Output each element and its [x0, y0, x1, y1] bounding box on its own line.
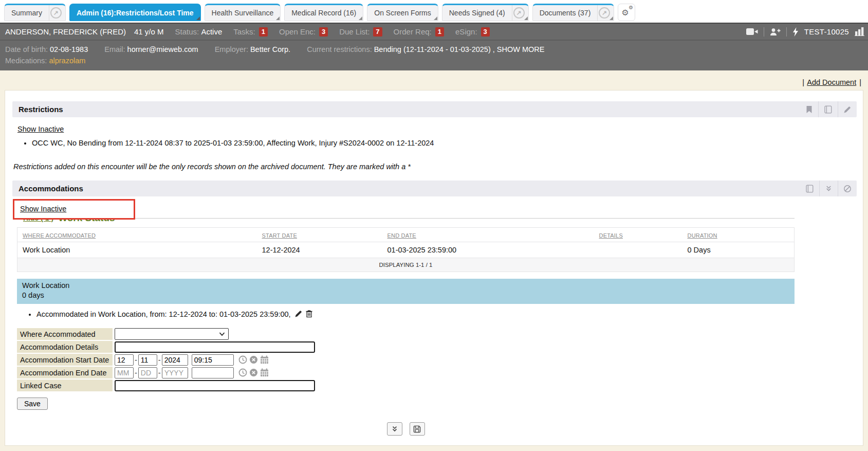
employer-label: Employer: — [215, 45, 248, 53]
separator: | — [802, 78, 804, 86]
end-day-input[interactable] — [138, 367, 157, 378]
patient-demographics: Date of birth: 02-08-1983 Email: horner@… — [0, 40, 868, 70]
end-time-input[interactable] — [192, 367, 234, 378]
flowsheet-chart-icon[interactable] — [855, 27, 865, 36]
book-icon[interactable] — [819, 101, 838, 117]
tab-medical-record[interactable]: Medical Record (16) — [284, 4, 363, 21]
collapse-double-chevron-icon[interactable] — [820, 181, 838, 196]
email-label: Email: — [104, 45, 125, 53]
popout-icon[interactable]: ↗ — [50, 7, 62, 19]
clear-x-icon[interactable] — [249, 355, 258, 364]
medications-value[interactable]: alprazolam — [49, 57, 85, 65]
document-toolbar: | Add Document | — [0, 70, 868, 90]
calendar-icon[interactable] — [260, 368, 269, 377]
cell-start: 12-12-2024 — [257, 242, 382, 258]
main-panel: Restrictions Show Inactive OCC WC, No Be… — [5, 90, 863, 446]
cell-where: Work Location — [17, 242, 257, 258]
esign-label: eSign: — [455, 27, 477, 36]
tab-bar: Summary ↗ Admin (16):Restrictions/Lost T… — [0, 0, 868, 23]
col-duration[interactable]: DURATION — [688, 232, 717, 239]
tab-health-surveillance[interactable]: Health Surveillance — [205, 4, 281, 21]
disable-circle-slash-icon[interactable] — [838, 181, 857, 196]
tab-needs-signed[interactable]: Needs Signed (4) ↗ — [442, 4, 529, 21]
accommodation-details-input[interactable] — [115, 341, 315, 353]
start-day-input[interactable] — [138, 354, 157, 366]
cell-duration: 0 Days — [682, 242, 795, 258]
col-where-accommodated[interactable]: WHERE ACCOMMODATED — [23, 232, 96, 239]
tasks-badge[interactable]: 1 — [259, 27, 268, 37]
delete-trash-icon[interactable] — [305, 310, 313, 319]
tab-admin-restrictions[interactable]: Admin (16):Restrictions/Lost Time — [69, 4, 201, 21]
cell-end: 01-03-2025 23:59:00 — [382, 242, 594, 258]
add-document-link[interactable]: Add Document — [807, 78, 856, 86]
employer-value: Better Corp. — [250, 45, 290, 53]
popout-icon[interactable]: ↗ — [599, 7, 610, 19]
accommodations-table: WHERE ACCOMMODATED START DATE END DATE D… — [17, 227, 795, 272]
bookmark-icon[interactable] — [800, 101, 818, 117]
edit-pencil-icon[interactable] — [838, 101, 857, 117]
accommodation-summary-band: Work Location 0 days — [17, 279, 795, 304]
tab-divider — [512, 5, 512, 21]
tab-divider — [49, 5, 49, 21]
accommodation-details-label: Accommodation Details — [17, 341, 113, 353]
col-end-date[interactable]: END DATE — [387, 232, 416, 239]
tab-summary-label: Summary — [5, 9, 49, 17]
open-enc-badge[interactable]: 3 — [319, 27, 328, 37]
status-label: Status: — [175, 27, 199, 36]
accommodation-end-date-label: Accommodation End Date — [17, 367, 113, 378]
email-value: horner@mieweb.com — [127, 45, 198, 53]
due-list-label: Due List: — [339, 27, 370, 36]
col-details[interactable]: DETAILS — [599, 232, 623, 239]
popout-icon[interactable]: ↗ — [513, 7, 525, 19]
clock-icon[interactable] — [238, 355, 247, 364]
col-start-date[interactable]: START DATE — [262, 232, 297, 239]
start-month-input[interactable] — [115, 354, 134, 366]
start-time-input[interactable] — [192, 354, 234, 366]
accommodation-form: Where Accommodated Accommodation Details… — [17, 328, 795, 410]
tab-admin-label: Admin (16):Restrictions/Lost Time — [70, 9, 200, 17]
add-person-icon[interactable] — [770, 28, 781, 36]
tab-on-screen-forms[interactable]: On Screen Forms — [367, 4, 438, 21]
patient-chart-id: TEST-10025 — [804, 27, 849, 36]
table-header-row: WHERE ACCOMMODATED START DATE END DATE D… — [17, 228, 795, 242]
linked-case-label: Linked Case — [17, 380, 113, 391]
order-req-badge[interactable]: 1 — [435, 27, 444, 37]
linked-case-input[interactable] — [115, 380, 315, 391]
due-list-badge[interactable]: 7 — [373, 27, 382, 37]
status-value: Active — [201, 27, 222, 36]
video-camera-icon[interactable] — [746, 28, 758, 35]
tab-needs-signed-label: Needs Signed (4) — [442, 9, 512, 17]
end-year-input[interactable] — [162, 367, 188, 378]
save-button[interactable]: Save — [17, 398, 48, 410]
dob-value: 02-08-1983 — [50, 45, 88, 53]
book-icon[interactable] — [800, 181, 819, 196]
tab-summary[interactable]: Summary ↗ — [4, 4, 66, 21]
start-year-input[interactable] — [162, 354, 188, 366]
clock-icon[interactable] — [238, 368, 247, 377]
order-req-label: Order Req: — [394, 27, 432, 36]
current-restrictions-label: Current restrictions: — [307, 45, 372, 53]
calendar-icon[interactable] — [260, 355, 269, 364]
where-accommodated-label: Where Accommodated — [17, 328, 113, 340]
end-month-input[interactable] — [115, 367, 134, 378]
esign-badge[interactable]: 3 — [481, 27, 490, 37]
accommodations-show-inactive-link[interactable]: Show Inactive — [20, 205, 66, 213]
lightning-bolt-icon[interactable] — [792, 27, 799, 37]
table-row[interactable]: Work Location 12-12-2024 01-03-2025 23:5… — [17, 242, 795, 258]
tab-health-label: Health Surveillance — [205, 9, 281, 17]
show-more-link[interactable]: SHOW MORE — [497, 45, 545, 53]
restrictions-show-inactive-link[interactable]: Show Inactive — [17, 125, 64, 133]
open-enc-label: Open Enc: — [279, 27, 316, 36]
save-disk-button[interactable] — [410, 422, 425, 436]
tab-medical-label: Medical Record (16) — [285, 9, 363, 17]
clear-x-icon[interactable] — [249, 368, 258, 377]
medications-label: Medications: — [5, 57, 47, 65]
where-accommodated-select[interactable] — [115, 328, 229, 340]
tab-divider — [597, 5, 598, 21]
settings-gears-icon[interactable]: ⚙ ⚙ — [618, 4, 635, 21]
tab-documents[interactable]: Documents (37) ↗ — [532, 4, 615, 21]
patient-name: ANDERSON, FREDERICK (FRED) — [5, 27, 126, 36]
edit-pencil-icon[interactable] — [294, 310, 303, 319]
expand-double-chevron-button[interactable] — [387, 422, 402, 436]
restrictions-section-header: Restrictions — [12, 101, 857, 117]
